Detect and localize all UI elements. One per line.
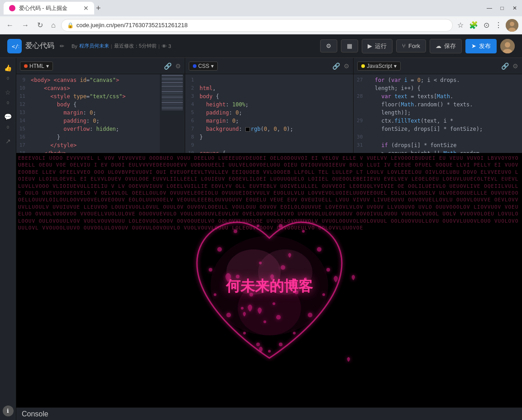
extensions-button[interactable]: 🧩: [467, 19, 480, 31]
editors-row: HTML ▾ 🔗 ⚙ 9 <body> <canvas id="canvas">: [16, 58, 522, 153]
fork-button[interactable]: ⑂ Fork: [396, 39, 426, 52]
like-button[interactable]: 👍: [2, 62, 14, 74]
views-count: 3: [168, 43, 171, 49]
brand-logo: </> 爱心代码 ✏: [7, 39, 64, 53]
star-button[interactable]: ☆: [2, 86, 14, 99]
main-layout: 👍 0 ☆ 0 💬 0 ↗ ℹ HTML ▾: [0, 58, 522, 420]
new-tab-button[interactable]: +: [94, 4, 103, 13]
html-settings-icon[interactable]: ⚙: [175, 62, 181, 70]
code-line: 5 padding: 0;: [185, 109, 354, 117]
js-dot: [361, 64, 365, 68]
meta-divider: |: [111, 43, 112, 49]
js-settings-icon[interactable]: ⚙: [512, 62, 518, 70]
bookmark-button[interactable]: ☆: [455, 19, 465, 31]
meta-divider2: |: [158, 43, 160, 49]
code-line: 10 canvas {: [185, 149, 354, 153]
svg-point-1: [510, 22, 514, 26]
html-chevron-icon: ▾: [46, 63, 49, 69]
js-lang-badge: JavaScript ▾: [357, 62, 401, 71]
css-dot: [193, 64, 196, 68]
left-sidebar: 👍 0 ☆ 0 💬 0 ↗ ℹ: [0, 58, 16, 420]
refresh-button[interactable]: ↻: [34, 19, 46, 31]
code-line: length)];: [354, 109, 522, 117]
code-line: 9: [185, 141, 354, 149]
browser-tab[interactable]: 爱心代码 - 码上掘金 ✕: [4, 2, 94, 14]
like-count: 0: [7, 76, 9, 81]
html-minimap: [160, 74, 185, 153]
tab-title: 爱心代码 - 码上掘金: [19, 5, 67, 12]
security-icon: 🔒: [67, 22, 74, 29]
home-button[interactable]: ⌂: [48, 19, 58, 31]
js-editor-content[interactable]: 27 for (var i = 0; i < drops. length; i+…: [354, 74, 522, 153]
code-line: 2 html,: [185, 84, 354, 92]
css-chevron-icon: ▾: [211, 63, 214, 69]
publish-button[interactable]: ➤ 发布: [465, 39, 497, 53]
html-editor-content[interactable]: 9 <body> <canvas id="canvas"> 10 <canvas…: [16, 74, 185, 153]
profile-button[interactable]: ⊙: [482, 19, 491, 31]
save-label: 保存: [444, 42, 456, 50]
send-icon: ➤: [471, 43, 476, 49]
code-line: 28 var text = texts[Math.: [354, 92, 522, 100]
code-line: 8 }: [185, 133, 354, 141]
preview-row: EBEEVOLI UODO EVVVVVEL L VOV VEVUVVEU OO…: [16, 153, 522, 420]
css-settings-icon[interactable]: ⚙: [344, 62, 350, 70]
css-code-lines: 1 2 html, 3 body { 4: [185, 74, 354, 153]
css-editor-content[interactable]: 1 2 html, 3 body { 4: [185, 74, 354, 153]
address-bar[interactable]: 🔒 code.juejin.cn/pen/7176307352151261218: [61, 19, 453, 32]
code-line: 29 ctx.fillText(text, i *: [354, 117, 522, 125]
by-label: By: [72, 43, 77, 49]
forward-button[interactable]: →: [19, 19, 32, 31]
thumbs-up-icon: 👍: [4, 64, 12, 72]
js-chevron-icon: ▾: [394, 63, 397, 69]
svg-point-6: [505, 42, 510, 48]
share-icon: ↗: [5, 138, 11, 145]
code-line: > canvas.height || Math.random: [354, 149, 522, 153]
author-link[interactable]: 程序员何未来: [79, 43, 109, 49]
tab-close-button[interactable]: ✕: [83, 5, 89, 12]
user-avatar[interactable]: [500, 39, 515, 53]
toolbar-actions: ☆ 🧩 ⊙ ⋮: [455, 19, 518, 32]
maximize-button[interactable]: □: [498, 5, 506, 11]
console-bar[interactable]: Console: [16, 407, 522, 420]
html-editor-panel: HTML ▾ 🔗 ⚙ 9 <body> <canvas id="canvas">: [16, 58, 185, 153]
code-line: 30: [354, 133, 522, 141]
run-icon: ▶: [368, 43, 372, 49]
svg-text:</>: </>: [12, 43, 19, 50]
layout-button[interactable]: ▦: [341, 39, 358, 52]
comment-count: 0: [7, 125, 9, 129]
user-avatar-image: [500, 39, 515, 53]
code-line: length; i++) {: [354, 84, 522, 92]
browser-toolbar: ← → ↻ ⌂ 🔒 code.juejin.cn/pen/71763073521…: [0, 16, 522, 34]
editors-section: HTML ▾ 🔗 ⚙ 9 <body> <canvas id="canvas">: [16, 58, 522, 420]
info-button[interactable]: ℹ: [3, 406, 14, 416]
minimize-button[interactable]: —: [486, 5, 493, 11]
css-link-icon[interactable]: 🔗: [332, 62, 340, 70]
back-button[interactable]: ←: [4, 19, 16, 31]
blog-title: 何未来的博客: [226, 277, 313, 296]
share-button[interactable]: ↗: [2, 135, 14, 148]
code-line: 4 height: 100%;: [185, 100, 354, 109]
fork-icon: ⑂: [402, 43, 406, 49]
css-tab-actions: 🔗 ⚙: [332, 62, 350, 70]
author-info: By 程序员何未来 | 最近修改：5分钟前 | 👁 3: [72, 43, 171, 49]
tab-bar: 爱心代码 - 码上掘金 ✕ +: [4, 0, 483, 16]
save-button[interactable]: ☁ 保存: [430, 39, 462, 53]
js-editor-panel: JavaScript ▾ 🔗 ⚙ 27 for (var i = 0; i < …: [354, 58, 522, 153]
css-lang-label: CSS: [198, 63, 210, 69]
js-link-icon[interactable]: 🔗: [501, 62, 509, 70]
browser-avatar[interactable]: [506, 19, 518, 32]
run-button[interactable]: ▶ 运行: [362, 39, 393, 53]
js-editor-tabbar: JavaScript ▾ 🔗 ⚙: [354, 58, 522, 74]
edit-icon[interactable]: ✏: [60, 43, 64, 49]
avatar-image: [506, 19, 518, 32]
close-button[interactable]: ✕: [511, 5, 518, 11]
code-line: 7 background: rgb(0, 0, 0);: [185, 125, 354, 133]
cloud-icon: ☁: [436, 43, 441, 49]
html-link-icon[interactable]: 🔗: [164, 62, 172, 70]
settings-button[interactable]: ⚙: [320, 39, 337, 52]
html-tab-actions: 🔗 ⚙: [164, 62, 181, 70]
js-code-lines: 27 for (var i = 0; i < drops. length; i+…: [354, 74, 522, 153]
menu-button[interactable]: ⋮: [493, 19, 504, 31]
comment-button[interactable]: 💬: [2, 110, 14, 123]
css-editor-tabbar: CSS ▾ 🔗 ⚙: [185, 58, 354, 74]
